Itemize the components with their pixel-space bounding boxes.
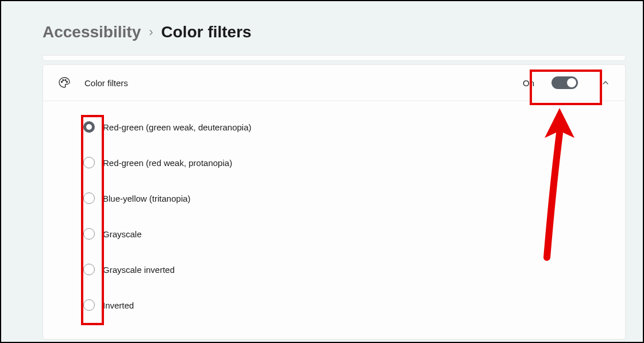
breadcrumb-current: Color filters: [161, 23, 252, 41]
option-label: Grayscale: [103, 229, 142, 239]
svg-point-1: [63, 80, 64, 81]
radio-tritanopia[interactable]: [83, 192, 95, 204]
chevron-up-icon[interactable]: [601, 78, 610, 87]
color-filters-toggle[interactable]: [552, 76, 578, 89]
option-label: Red-green (green weak, deuteranopia): [103, 122, 252, 132]
svg-point-0: [61, 82, 63, 83]
previous-card-edge: [43, 55, 626, 61]
option-grayscale[interactable]: Grayscale: [83, 216, 610, 252]
svg-point-3: [67, 82, 68, 83]
option-label: Red-green (red weak, protanopia): [103, 158, 232, 168]
option-protanopia[interactable]: Red-green (red weak, protanopia): [83, 145, 610, 180]
color-filters-card: Color filters On Red-green (green weak, …: [43, 64, 626, 340]
radio-grayscale-inverted[interactable]: [83, 264, 95, 275]
option-label: Blue-yellow (tritanopia): [103, 194, 191, 203]
radio-protanopia[interactable]: [83, 157, 95, 168]
svg-point-2: [65, 80, 66, 81]
option-label: Grayscale inverted: [103, 265, 175, 275]
toggle-state-label: On: [523, 78, 534, 88]
breadcrumb: Accessibility › Color filters: [1, 1, 643, 55]
palette-icon: [57, 75, 72, 90]
option-grayscale-inverted[interactable]: Grayscale inverted: [83, 252, 610, 287]
radio-inverted[interactable]: [83, 299, 95, 311]
breadcrumb-separator: ›: [149, 25, 153, 40]
option-inverted[interactable]: Inverted: [83, 287, 610, 323]
option-tritanopia[interactable]: Blue-yellow (tritanopia): [83, 180, 610, 216]
radio-grayscale[interactable]: [83, 228, 95, 240]
filter-options-list: Red-green (green weak, deuteranopia) Red…: [43, 101, 625, 339]
option-deuteranopia[interactable]: Red-green (green weak, deuteranopia): [83, 109, 610, 145]
card-title: Color filters: [84, 78, 510, 88]
settings-window: Accessibility › Color filters Color filt…: [0, 0, 644, 343]
option-label: Inverted: [103, 300, 134, 310]
breadcrumb-parent[interactable]: Accessibility: [43, 23, 141, 41]
radio-deuteranopia[interactable]: [83, 121, 95, 133]
card-header[interactable]: Color filters On: [43, 65, 625, 101]
